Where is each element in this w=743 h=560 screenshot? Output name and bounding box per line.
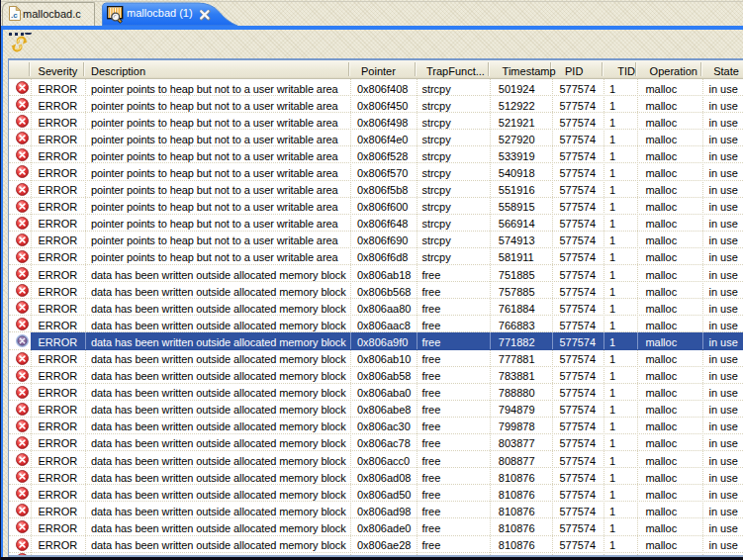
- svg-text:.c: .c: [11, 11, 18, 20]
